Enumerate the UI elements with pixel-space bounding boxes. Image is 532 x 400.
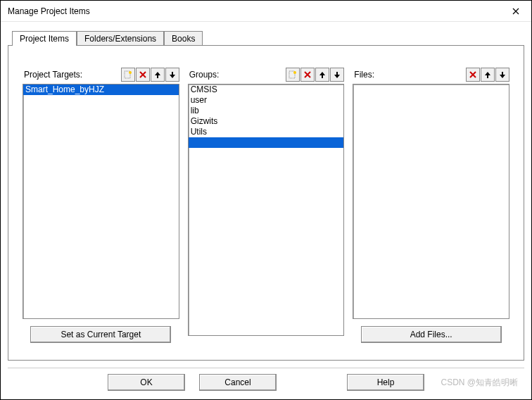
files-header: Files: bbox=[353, 67, 509, 82]
targets-up-button[interactable] bbox=[151, 68, 165, 82]
columns: Project Targets: Smart_Home_byHJZ Set as… bbox=[23, 67, 509, 343]
targets-new-button[interactable] bbox=[121, 68, 135, 82]
targets-column: Project Targets: Smart_Home_byHJZ Set as… bbox=[23, 67, 179, 343]
groups-header: Groups: bbox=[188, 67, 345, 82]
files-label: Files: bbox=[353, 70, 465, 80]
list-item[interactable]: lib bbox=[189, 106, 344, 116]
close-button[interactable] bbox=[500, 1, 531, 22]
targets-toolbar bbox=[120, 68, 179, 82]
arrow-up-icon bbox=[318, 70, 327, 79]
arrow-up-icon bbox=[483, 70, 492, 79]
tab-project-items[interactable]: Project Items bbox=[12, 31, 77, 46]
targets-label: Project Targets: bbox=[23, 70, 120, 80]
dialog-buttons: OK Cancel Help bbox=[8, 368, 524, 395]
files-down-button[interactable] bbox=[495, 68, 509, 82]
groups-down-button[interactable] bbox=[330, 68, 344, 82]
files-listbox[interactable] bbox=[353, 84, 509, 319]
tab-panel: Project Targets: Smart_Home_byHJZ Set as… bbox=[8, 45, 524, 361]
dialog-window: Manage Project Items Project Items Folde… bbox=[0, 0, 532, 400]
add-files-button[interactable]: Add Files... bbox=[361, 326, 502, 343]
list-item-new[interactable] bbox=[189, 137, 344, 148]
list-item[interactable]: Utils bbox=[189, 127, 344, 137]
new-icon bbox=[124, 70, 132, 79]
help-button[interactable]: Help bbox=[347, 374, 424, 391]
targets-listbox[interactable]: Smart_Home_byHJZ bbox=[23, 84, 179, 319]
set-current-target-button[interactable]: Set as Current Target bbox=[30, 326, 171, 343]
close-icon bbox=[512, 8, 519, 15]
groups-column: Groups: CMSIS user lib Gizwits U bbox=[188, 67, 345, 343]
groups-listbox[interactable]: CMSIS user lib Gizwits Utils bbox=[188, 84, 345, 336]
titlebar: Manage Project Items bbox=[1, 1, 531, 22]
tab-folders-extensions[interactable]: Folders/Extensions bbox=[77, 31, 164, 46]
files-column: Files: Add Files... bbox=[353, 67, 509, 343]
cancel-button[interactable]: Cancel bbox=[199, 374, 277, 391]
delete-icon bbox=[303, 70, 312, 79]
window-title: Manage Project Items bbox=[8, 6, 500, 16]
new-icon bbox=[289, 70, 297, 79]
targets-delete-button[interactable] bbox=[136, 68, 150, 82]
files-toolbar bbox=[465, 68, 509, 82]
tab-bar: Project Items Folders/Extensions Books bbox=[12, 29, 524, 46]
arrow-down-icon bbox=[168, 70, 177, 79]
targets-footer: Set as Current Target bbox=[23, 326, 179, 343]
arrow-down-icon bbox=[333, 70, 341, 79]
arrow-down-icon bbox=[498, 70, 507, 79]
groups-toolbar bbox=[285, 68, 344, 82]
list-item[interactable]: Gizwits bbox=[189, 116, 344, 127]
svg-point-3 bbox=[293, 71, 296, 74]
groups-new-button[interactable] bbox=[286, 68, 300, 82]
list-item[interactable]: CMSIS bbox=[189, 85, 344, 95]
delete-icon bbox=[469, 70, 477, 79]
groups-label: Groups: bbox=[188, 70, 286, 80]
ok-button[interactable]: OK bbox=[108, 374, 185, 391]
list-item[interactable]: user bbox=[189, 95, 344, 106]
arrow-up-icon bbox=[153, 70, 162, 79]
content-area: Project Items Folders/Extensions Books P… bbox=[1, 22, 531, 399]
svg-point-1 bbox=[129, 71, 132, 74]
targets-down-button[interactable] bbox=[165, 68, 179, 82]
groups-delete-button[interactable] bbox=[300, 68, 315, 82]
list-item[interactable]: Smart_Home_byHJZ bbox=[23, 85, 179, 95]
groups-up-button[interactable] bbox=[315, 68, 329, 82]
files-up-button[interactable] bbox=[481, 68, 495, 82]
tab-books[interactable]: Books bbox=[164, 31, 203, 46]
delete-icon bbox=[139, 70, 147, 79]
files-footer: Add Files... bbox=[353, 326, 509, 343]
targets-header: Project Targets: bbox=[23, 67, 179, 82]
files-delete-button[interactable] bbox=[466, 68, 480, 82]
